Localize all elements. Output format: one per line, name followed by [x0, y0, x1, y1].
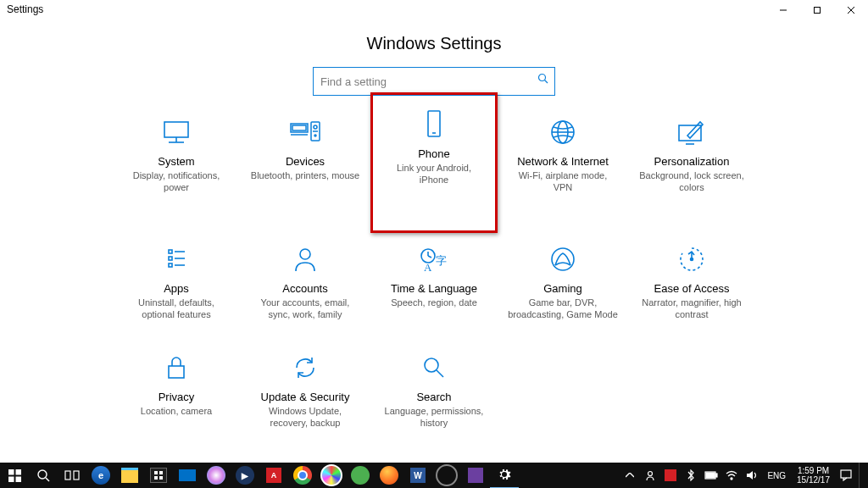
tile-desc: Display, notifications, power — [116, 169, 236, 194]
svg-rect-52 — [159, 476, 163, 480]
taskbar-left: e ▶ A W — [0, 463, 519, 488]
close-button[interactable] — [834, 0, 868, 20]
svg-rect-44 — [15, 476, 21, 482]
taskbar-app-acrobat[interactable]: A — [259, 463, 288, 488]
tile-network[interactable]: Network & Internet Wi-Fi, airplane mode,… — [499, 108, 626, 216]
taskbar-app-paint[interactable] — [317, 463, 346, 488]
svg-rect-47 — [65, 471, 70, 480]
taskbar-app-circle[interactable] — [432, 463, 461, 488]
tray-bluetooth-icon[interactable] — [683, 463, 698, 488]
svg-rect-23 — [169, 250, 172, 253]
svg-line-5 — [545, 80, 548, 84]
taskbar-app-itunes[interactable] — [202, 463, 231, 488]
start-button[interactable] — [0, 463, 29, 488]
svg-rect-27 — [169, 263, 172, 267]
titlebar: Settings — [0, 0, 868, 24]
tray-language-label: ENG — [767, 471, 786, 480]
tile-desc: Windows Update, recovery, backup — [245, 405, 365, 430]
svg-rect-48 — [74, 471, 79, 480]
svg-rect-50 — [159, 471, 163, 474]
tile-desc: Bluetooth, printers, mouse — [245, 169, 365, 181]
tile-label: Ease of Access — [632, 282, 752, 295]
tray-language[interactable]: ENG — [765, 463, 788, 488]
tile-ease-of-access[interactable]: Ease of Access Narrator, magnifier, high… — [628, 235, 755, 343]
tile-desc: Speech, region, date — [374, 297, 494, 308]
svg-rect-38 — [169, 366, 184, 378]
search-input[interactable] — [313, 67, 555, 96]
svg-rect-43 — [8, 476, 14, 482]
svg-rect-51 — [154, 476, 158, 480]
taskbar-app-firefox[interactable] — [375, 463, 403, 488]
svg-point-37 — [691, 258, 693, 261]
svg-rect-55 — [715, 474, 717, 477]
tray-action-center-icon[interactable] — [838, 463, 854, 488]
taskbar-app-green[interactable] — [346, 463, 375, 488]
tile-desc: Uninstall, defaults, optional features — [116, 297, 236, 321]
svg-rect-6 — [164, 122, 188, 137]
tile-accounts[interactable]: Accounts Your accounts, email, sync, wor… — [242, 235, 369, 343]
tray-clock[interactable]: 1:59 PM 15/12/17 — [793, 466, 833, 485]
tile-label: Network & Internet — [503, 155, 623, 168]
taskbar-app-word[interactable]: W — [403, 463, 432, 488]
tile-system[interactable]: System Display, notifications, power — [113, 108, 240, 216]
apps-icon — [116, 243, 236, 275]
search-icon — [537, 73, 548, 84]
tile-time-language[interactable]: A 字 Time & Language Speech, region, date — [370, 235, 498, 343]
phone-icon — [376, 108, 492, 141]
tile-label: Accounts — [245, 282, 365, 295]
devices-icon — [245, 116, 365, 148]
tile-gaming[interactable]: Gaming Game bar, DVR, broadcasting, Game… — [499, 235, 626, 343]
tile-label: System — [116, 155, 236, 168]
taskbar-app-settings[interactable] — [490, 462, 519, 488]
tray-date: 15/12/17 — [797, 475, 830, 485]
tile-personalization[interactable]: Personalization Background, lock screen,… — [628, 108, 755, 216]
svg-point-29 — [300, 249, 310, 259]
tray-overflow-icon[interactable] — [622, 463, 637, 488]
tile-devices[interactable]: Devices Bluetooth, printers, mouse — [242, 108, 369, 216]
taskbar-app-chrome[interactable] — [288, 463, 317, 488]
tile-phone[interactable]: Phone Link your Android, iPhone — [370, 92, 498, 233]
taskbar-app-purple[interactable] — [461, 463, 490, 488]
tray-volume-icon[interactable] — [744, 463, 760, 488]
tile-apps[interactable]: Apps Uninstall, defaults, optional featu… — [113, 235, 240, 343]
gaming-icon — [503, 243, 623, 275]
tile-label: Search — [374, 391, 494, 403]
tile-label: Devices — [245, 155, 365, 168]
svg-rect-49 — [154, 471, 158, 474]
page-title: Windows Settings — [367, 34, 502, 53]
window-controls — [766, 0, 868, 20]
svg-rect-1 — [815, 8, 821, 14]
svg-line-40 — [437, 370, 443, 377]
tile-privacy[interactable]: Privacy Location, camera — [113, 343, 240, 452]
lock-icon — [116, 352, 236, 384]
taskbar-app-mail[interactable] — [173, 463, 202, 488]
tray-people-icon[interactable] — [643, 463, 658, 488]
taskbar-app-media[interactable]: ▶ — [231, 463, 259, 488]
svg-line-46 — [46, 478, 49, 481]
show-desktop-button[interactable] — [859, 463, 865, 488]
svg-point-57 — [731, 478, 732, 480]
tile-desc: Wi-Fi, airplane mode, VPN — [503, 169, 623, 194]
minimize-button[interactable] — [766, 0, 800, 20]
tile-desc: Your accounts, email, sync, work, family — [245, 297, 365, 321]
maximize-button[interactable] — [800, 0, 834, 20]
cortana-search-icon[interactable] — [29, 463, 58, 488]
svg-marker-58 — [747, 471, 753, 480]
tile-search[interactable]: Search Language, permissions, history — [370, 343, 498, 452]
time-language-icon: A 字 — [374, 243, 494, 275]
tray-battery-icon[interactable] — [704, 463, 719, 488]
tile-label: Apps — [116, 282, 236, 295]
tile-label: Privacy — [116, 391, 236, 403]
tray-app-icon[interactable] — [663, 463, 678, 488]
tile-update-security[interactable]: Update & Security Windows Update, recove… — [242, 343, 369, 452]
tray-wifi-icon[interactable] — [724, 463, 739, 488]
accounts-icon — [245, 243, 365, 275]
svg-rect-56 — [706, 473, 715, 478]
taskbar-app-edge[interactable]: e — [86, 463, 115, 488]
settings-grid-row3: Privacy Location, camera Update & Securi… — [113, 343, 755, 452]
svg-point-39 — [425, 358, 438, 372]
task-view-icon[interactable] — [58, 463, 86, 488]
taskbar-app-explorer[interactable] — [115, 463, 144, 488]
svg-rect-10 — [292, 125, 306, 130]
taskbar-app-store[interactable] — [144, 463, 173, 488]
